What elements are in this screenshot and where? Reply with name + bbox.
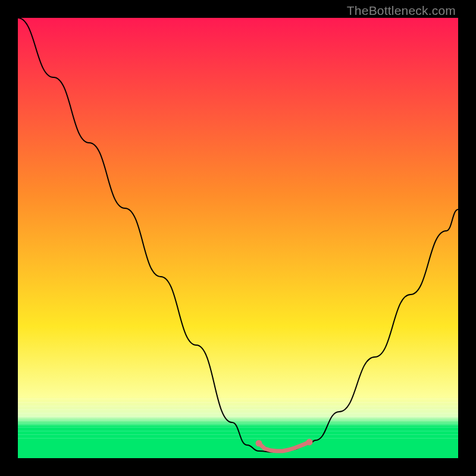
- svg-rect-3: [18, 409, 458, 410]
- svg-rect-10: [18, 434, 458, 435]
- svg-point-13: [306, 439, 313, 446]
- chart-frame: [18, 18, 458, 458]
- svg-rect-11: [18, 438, 458, 439]
- attribution-label: TheBottleneck.com: [347, 4, 456, 18]
- svg-rect-0: [18, 399, 458, 399]
- svg-rect-8: [18, 427, 458, 428]
- svg-point-12: [256, 440, 262, 447]
- chart-background: [18, 18, 458, 458]
- svg-rect-7: [18, 424, 458, 424]
- svg-rect-4: [18, 413, 458, 414]
- bottleneck-chart: [18, 18, 458, 458]
- svg-rect-5: [18, 416, 458, 417]
- svg-rect-1: [18, 402, 458, 403]
- svg-rect-6: [18, 420, 458, 421]
- svg-rect-2: [18, 406, 458, 406]
